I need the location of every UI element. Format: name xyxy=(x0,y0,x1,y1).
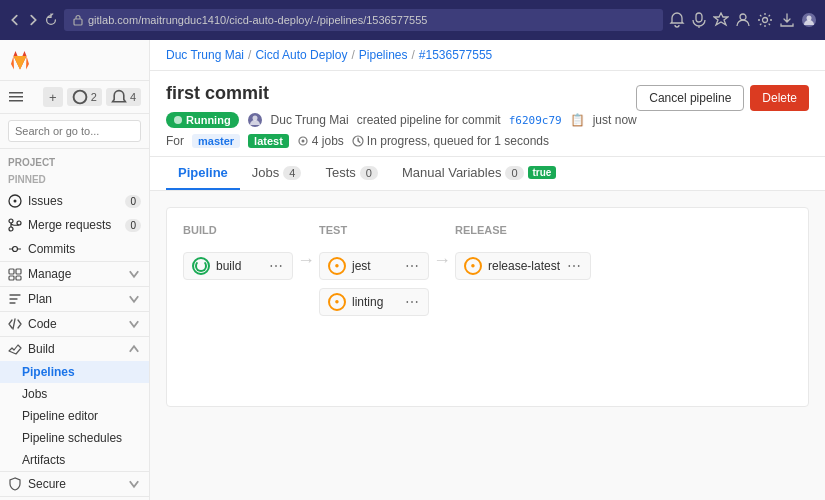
pinned-section-label: Pinned xyxy=(0,172,149,189)
svg-rect-19 xyxy=(16,276,21,280)
delete-pipeline-button[interactable]: Delete xyxy=(750,85,809,111)
job-jest[interactable]: jest ⋯ xyxy=(319,252,429,280)
tab-tests[interactable]: Tests 0 xyxy=(313,157,389,190)
job-build-status-icon xyxy=(192,257,210,275)
progress-text: In progress, queued for 1 seconds xyxy=(367,134,549,148)
tab-pipeline-label: Pipeline xyxy=(178,165,228,180)
sidebar-group-plan-header[interactable]: Plan xyxy=(0,287,149,311)
sidebar-sub-item-jobs[interactable]: Jobs xyxy=(0,383,149,405)
for-label: For xyxy=(166,134,184,148)
manage-chevron-icon xyxy=(127,267,141,281)
pipeline-info-row: For master latest 4 jobs In progress, qu… xyxy=(166,134,809,148)
avatar-icon[interactable] xyxy=(801,12,817,28)
stage-arrow-1: → xyxy=(429,224,455,271)
tab-jobs[interactable]: Jobs 4 xyxy=(240,157,314,190)
sidebar-actions-bar: + 2 4 xyxy=(0,81,149,114)
search-input[interactable] xyxy=(8,120,141,142)
merge-requests-label: Merge requests xyxy=(28,218,111,232)
manage-label: Manage xyxy=(28,267,71,281)
pipelines-sub-label: Pipelines xyxy=(22,365,75,379)
topbar: gitlab.com/maitrungduc1410/cicd-auto-dep… xyxy=(0,0,825,40)
breadcrumb-part-1[interactable]: Cicd Auto Deploy xyxy=(255,48,347,62)
build-icon xyxy=(8,342,22,356)
job-linting-label: linting xyxy=(352,295,383,309)
browser-nav xyxy=(8,13,58,27)
job-build-label: build xyxy=(216,259,241,273)
svg-rect-6 xyxy=(9,92,23,94)
stage-release-name: release xyxy=(455,224,591,244)
page-title: first commit xyxy=(166,83,269,104)
sidebar-logo-area xyxy=(0,40,149,81)
job-build-menu-button[interactable]: ⋯ xyxy=(268,258,284,274)
svg-point-13 xyxy=(9,227,13,231)
sidebar-toggle-icon[interactable] xyxy=(8,89,24,105)
artifacts-sub-label: Artifacts xyxy=(22,453,65,467)
commit-hash[interactable]: f6209c79 xyxy=(509,114,562,127)
sidebar-sub-item-pipeline-schedules[interactable]: Pipeline schedules xyxy=(0,427,149,449)
svg-point-11 xyxy=(14,200,17,203)
lock-icon xyxy=(72,14,84,26)
settings-icon[interactable] xyxy=(757,12,773,28)
job-linting-status-icon xyxy=(328,293,346,311)
sidebar-item-issues[interactable]: Issues 0 xyxy=(0,189,149,213)
address-bar[interactable]: gitlab.com/maitrungduc1410/cicd-auto-dep… xyxy=(64,9,663,31)
sidebar-item-commits[interactable]: Commits xyxy=(0,237,149,261)
tab-pipeline[interactable]: Pipeline xyxy=(166,157,240,190)
sidebar-group-build-header[interactable]: Build xyxy=(0,337,149,361)
author-avatar xyxy=(247,112,263,128)
sidebar-group-secure-header[interactable]: Secure xyxy=(0,472,149,496)
sidebar-group-code-header[interactable]: Code xyxy=(0,312,149,336)
forward-icon[interactable] xyxy=(26,13,40,27)
topbar-action-icons xyxy=(669,12,817,28)
sidebar-group-code: Code xyxy=(0,311,149,336)
job-jest-menu-button[interactable]: ⋯ xyxy=(404,258,420,274)
jobs-sub-label: Jobs xyxy=(22,387,47,401)
job-linting[interactable]: linting ⋯ xyxy=(319,288,429,316)
download-icon[interactable] xyxy=(779,12,795,28)
notification-icon[interactable] xyxy=(669,12,685,28)
sidebar-item-merge-requests[interactable]: Merge requests 0 xyxy=(0,213,149,237)
tab-tests-badge: 0 xyxy=(360,166,378,180)
svg-point-12 xyxy=(9,219,13,223)
breadcrumb-part-2[interactable]: Pipelines xyxy=(359,48,408,62)
branch-badge[interactable]: master xyxy=(192,134,240,148)
manage-icon xyxy=(8,267,22,281)
breadcrumb-part-3[interactable]: #1536577555 xyxy=(419,48,492,62)
job-release-latest[interactable]: release-latest ⋯ xyxy=(455,252,591,280)
back-icon[interactable] xyxy=(8,13,22,27)
page-header: first commit Cancel pipeline Delete Runn… xyxy=(150,71,825,157)
progress-item: In progress, queued for 1 seconds xyxy=(352,134,549,148)
breadcrumb-part-0[interactable]: Duc Trung Mai xyxy=(166,48,244,62)
cancel-pipeline-button[interactable]: Cancel pipeline xyxy=(636,85,744,111)
sidebar-sub-item-pipelines[interactable]: Pipelines xyxy=(0,361,149,383)
sidebar-group-manage: Manage xyxy=(0,261,149,286)
copy-icon[interactable]: 📋 xyxy=(570,113,585,127)
job-build[interactable]: build ⋯ xyxy=(183,252,293,280)
job-linting-menu-button[interactable]: ⋯ xyxy=(404,294,420,310)
sidebar-sub-item-artifacts[interactable]: Artifacts xyxy=(0,449,149,471)
mic-icon[interactable] xyxy=(691,12,707,28)
sidebar-group-build: Build Pipelines Jobs Pipeline editor Pip… xyxy=(0,336,149,471)
sidebar-group-manage-header[interactable]: Manage xyxy=(0,262,149,286)
profile-icon[interactable] xyxy=(735,12,751,28)
svg-point-9 xyxy=(73,91,86,104)
merge-requests-badge: 0 xyxy=(125,219,141,232)
tab-manual-variables[interactable]: Manual Variables 0 true xyxy=(390,157,569,190)
code-label: Code xyxy=(28,317,57,331)
gitlab-logo[interactable] xyxy=(8,48,32,72)
svg-rect-8 xyxy=(9,100,23,102)
svg-rect-17 xyxy=(16,269,21,274)
commits-label: Commits xyxy=(28,242,75,256)
tab-manual-variables-badge: 0 xyxy=(505,166,523,180)
new-item-button[interactable]: + xyxy=(43,87,63,107)
refresh-icon[interactable] xyxy=(44,13,58,27)
job-release-latest-menu-button[interactable]: ⋯ xyxy=(566,258,582,274)
stage-build-name: build xyxy=(183,224,293,244)
sidebar-sub-item-pipeline-editor[interactable]: Pipeline editor xyxy=(0,405,149,427)
code-icon xyxy=(8,317,22,331)
star-icon[interactable] xyxy=(713,12,729,28)
mr-count-badge: 2 xyxy=(67,88,102,106)
svg-rect-7 xyxy=(9,96,23,98)
breadcrumb: Duc Trung Mai / Cicd Auto Deploy / Pipel… xyxy=(150,40,825,71)
commits-icon xyxy=(8,242,22,256)
